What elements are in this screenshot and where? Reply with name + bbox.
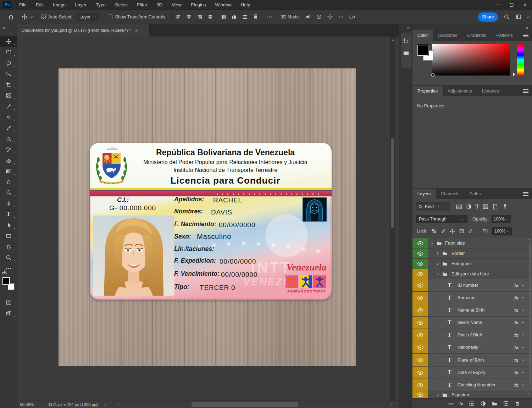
align-left-icon[interactable]: [175, 14, 181, 20]
auto-select-checkbox[interactable]: [41, 15, 46, 19]
layer-name[interactable]: Surname: [458, 295, 476, 300]
expand-chevron-icon[interactable]: [436, 251, 440, 256]
layer-name[interactable]: Edit your data here: [451, 272, 489, 276]
eraser-tool[interactable]: [0, 155, 17, 166]
lock-pixels-icon[interactable]: [440, 229, 446, 234]
shape-tool[interactable]: [0, 230, 17, 241]
search-icon[interactable]: [504, 14, 510, 20]
tab-properties[interactable]: Properties: [412, 86, 443, 96]
effects-chevron-icon[interactable]: [521, 358, 525, 362]
layer-name[interactable]: Place of Birth: [458, 358, 484, 363]
link-layers-icon[interactable]: [448, 401, 454, 407]
distribute-heights-icon[interactable]: [253, 14, 259, 20]
layer-row[interactable]: Border: [412, 248, 532, 259]
dodge-tool[interactable]: [0, 187, 17, 198]
panel-menu-icon[interactable]: [523, 192, 528, 196]
visibility-toggle[interactable]: [412, 269, 428, 279]
eyedropper-tool[interactable]: [0, 101, 17, 112]
visibility-toggle[interactable]: [412, 259, 428, 269]
distribute-center-icon[interactable]: [231, 14, 237, 20]
path-selection-tool[interactable]: [0, 220, 17, 230]
layer-row[interactable]: T Checking Nnumber fx: [412, 379, 532, 391]
effects-chevron-icon[interactable]: [521, 333, 525, 337]
zoom-level[interactable]: 50,09%: [20, 402, 38, 407]
slide-3d-icon[interactable]: [338, 14, 344, 20]
menu-item-3d[interactable]: 3D: [156, 2, 162, 7]
tab-gradients[interactable]: Gradients: [462, 30, 491, 41]
more-options-icon[interactable]: [266, 14, 272, 20]
layer-effects-label[interactable]: fx: [514, 283, 519, 288]
add-layer-style-icon[interactable]: fx: [459, 401, 464, 406]
auto-select-target-dropdown[interactable]: Layer: [77, 13, 99, 21]
object-selection-tool[interactable]: [0, 68, 17, 79]
lock-transparency-icon[interactable]: [431, 228, 437, 234]
effects-chevron-icon[interactable]: [521, 283, 525, 287]
panel-menu-icon[interactable]: [523, 34, 528, 37]
vertical-scrollbar[interactable]: ▲: [390, 37, 395, 401]
layer-effects-label[interactable]: fx: [514, 308, 519, 313]
workspace-icon[interactable]: [515, 14, 522, 20]
layer-effects-label[interactable]: fx: [514, 382, 519, 388]
layer-filter-dropdown[interactable]: Kind: [416, 202, 450, 211]
scrollbar-thumb[interactable]: [529, 242, 531, 385]
distribute-vertical-icon[interactable]: [242, 14, 248, 20]
hue-slider-marker[interactable]: [513, 73, 515, 76]
layer-effects-label[interactable]: fx: [514, 357, 519, 363]
scroll-down-icon[interactable]: [527, 392, 531, 396]
blur-tool[interactable]: [0, 177, 17, 187]
zoom-tool[interactable]: [0, 252, 17, 263]
pen-tool[interactable]: [0, 198, 17, 209]
color-cursor[interactable]: [431, 73, 435, 77]
filter-text-layers-icon[interactable]: T: [475, 203, 479, 210]
lock-position-icon[interactable]: [450, 229, 455, 234]
saturation-field[interactable]: [432, 44, 510, 76]
close-button[interactable]: ×: [519, 0, 532, 10]
visibility-toggle[interactable]: [412, 317, 428, 329]
visibility-toggle[interactable]: [412, 248, 428, 258]
visibility-toggle[interactable]: [412, 279, 428, 291]
panel-menu-icon[interactable]: [523, 89, 528, 93]
menu-item-window[interactable]: Window: [215, 2, 231, 7]
frame-tool[interactable]: [0, 90, 17, 101]
fill-input[interactable]: 100%: [492, 227, 512, 235]
layer-effects-label[interactable]: fx: [514, 295, 519, 301]
tool-preset-move[interactable]: [22, 14, 34, 20]
new-group-icon[interactable]: [492, 401, 498, 407]
layer-name[interactable]: Name at Birth: [458, 308, 484, 313]
visibility-toggle[interactable]: [412, 304, 428, 316]
type-tool[interactable]: T: [0, 209, 17, 219]
pan-3d-icon[interactable]: [327, 14, 333, 20]
scroll-up-icon[interactable]: ▲: [391, 38, 394, 41]
effects-chevron-icon[interactable]: [521, 370, 525, 375]
layer-row[interactable]: T Date of Expiry fx: [412, 367, 532, 379]
marquee-tool[interactable]: [0, 47, 17, 57]
layer-row[interactable]: Edit your data here: [412, 269, 532, 279]
layer-row[interactable]: T ID number fx: [412, 279, 532, 292]
move-tool[interactable]: [0, 36, 17, 47]
blend-mode-dropdown[interactable]: Pass Through: [416, 215, 467, 223]
visibility-toggle[interactable]: [412, 367, 428, 379]
layer-row[interactable]: T Nationality fx: [412, 341, 532, 354]
restore-button[interactable]: [505, 0, 519, 10]
layer-effects-label[interactable]: fx: [514, 320, 519, 325]
menu-item-edit[interactable]: Edit: [36, 2, 44, 7]
lock-all-icon[interactable]: [468, 229, 473, 234]
align-right-icon[interactable]: [196, 14, 203, 20]
new-layer-icon[interactable]: [503, 401, 509, 407]
orbit-3d-icon[interactable]: [305, 14, 311, 20]
effects-chevron-icon[interactable]: [521, 296, 525, 300]
visibility-toggle[interactable]: [412, 341, 428, 353]
effects-chevron-icon[interactable]: [521, 345, 525, 350]
hand-tool[interactable]: [0, 241, 17, 252]
layer-row[interactable]: Signature: [412, 391, 532, 398]
distribute-left-icon[interactable]: [221, 14, 227, 20]
photoshop-logo[interactable]: Ps: [3, 1, 11, 9]
expand-chevron-icon[interactable]: [436, 392, 440, 397]
brush-tool[interactable]: [0, 123, 17, 133]
filter-shape-layers-icon[interactable]: [482, 203, 489, 210]
share-button[interactable]: Share: [478, 12, 498, 22]
collapse-chevron-icon[interactable]: [436, 272, 440, 276]
swap-colors-button[interactable]: [2, 270, 7, 275]
scroll-left-icon[interactable]: ‹: [118, 402, 119, 407]
history-panel-icon[interactable]: [403, 38, 409, 44]
